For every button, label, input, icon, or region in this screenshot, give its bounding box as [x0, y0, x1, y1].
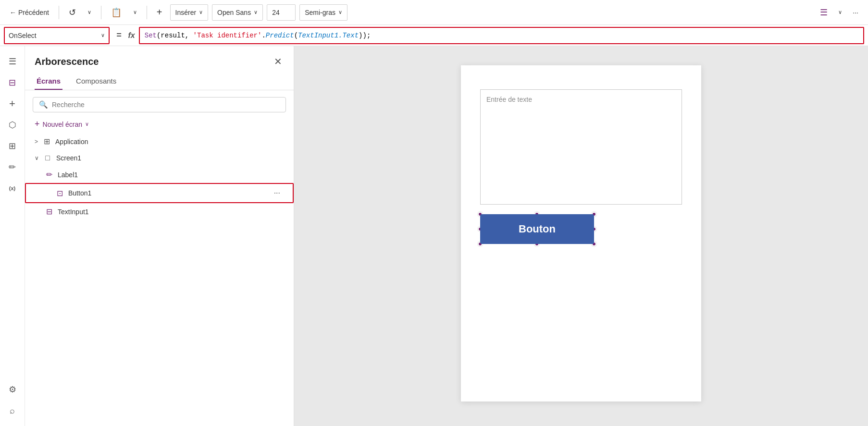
hamburger-menu-button[interactable]: ☰	[816, 5, 831, 20]
tree-item-screen1[interactable]: ∨ □ Screen1	[25, 150, 294, 166]
toolbar: ← Précédent ↺ ∨ 📋 ∨ + Insérer ∨ Open San…	[0, 0, 868, 25]
property-chevron-icon: ∨	[101, 32, 105, 38]
search-input[interactable]	[52, 101, 280, 109]
separator-2	[101, 6, 101, 19]
layers-button[interactable]: ⊟	[3, 73, 22, 92]
hamburger-sidebar-icon: ☰	[9, 56, 16, 67]
button1-label: Button1	[68, 189, 267, 197]
text-input-placeholder: Entrée de texte	[486, 96, 532, 103]
tree-items: > ⊞ Application ∨ □ Screen1 ✏ Label1 ⊡ B…	[25, 133, 294, 426]
tree-item-textinput1[interactable]: ⊟ TextInput1	[25, 203, 294, 220]
more-icon: ···	[853, 9, 858, 16]
tree-tabs: Écrans Composants	[25, 73, 294, 90]
font-weight-label: Semi-gras	[305, 9, 335, 16]
screen1-chevron-icon: ∨	[35, 155, 39, 161]
database-icon: ⬡	[9, 120, 16, 130]
tab-ecrans-label: Écrans	[37, 77, 61, 85]
tree-item-label1[interactable]: ✏ Label1	[25, 166, 294, 183]
paste-button[interactable]: 📋	[107, 5, 125, 20]
brush-button[interactable]: ✏	[3, 158, 22, 177]
equals-sign: =	[113, 30, 124, 40]
chevron-down-icon: ∨	[87, 9, 91, 15]
font-size-input[interactable]: 24	[267, 4, 296, 21]
component-icon: ⊞	[9, 141, 16, 151]
hamburger-icon: ☰	[820, 7, 828, 18]
search-sidebar-icon: ⌕	[10, 406, 15, 416]
add-sidebar-icon: +	[9, 97, 15, 110]
insert-dropdown[interactable]: Insérer ∨	[170, 4, 209, 21]
property-selector[interactable]: OnSelect ∨	[4, 27, 110, 44]
button1-more-button[interactable]: ···	[271, 188, 283, 198]
tree-close-button[interactable]: ✕	[272, 54, 284, 69]
fx-icon: fx	[128, 31, 135, 40]
undo-button[interactable]: ↺	[65, 5, 80, 20]
back-label: Précédent	[18, 9, 49, 16]
textinput1-label: TextInput1	[58, 208, 284, 216]
undo-dropdown-button[interactable]: ∨	[84, 7, 95, 17]
close-icon: ✕	[274, 56, 282, 67]
variable-button[interactable]: (x)	[3, 179, 22, 198]
component-button[interactable]: ⊞	[3, 136, 22, 156]
chevron-down-icon-3: ∨	[838, 9, 842, 15]
font-chevron-icon: ∨	[254, 9, 258, 15]
tree-panel: Arborescence ✕ Écrans Composants 🔍 + Nou…	[25, 46, 294, 426]
add-sidebar-button[interactable]: +	[3, 94, 22, 113]
tab-composants[interactable]: Composants	[74, 73, 118, 90]
database-button[interactable]: ⬡	[3, 115, 22, 134]
canvas-area: Entrée de texte Bouton	[294, 46, 868, 426]
label1-label: Label1	[58, 171, 284, 179]
hamburger-dropdown-button[interactable]: ∨	[834, 7, 846, 17]
new-screen-chevron-icon: ∨	[85, 121, 89, 127]
canvas-button[interactable]: Bouton	[480, 214, 594, 244]
formula-content: Set(result, 'Task identifier'.Predict(Te…	[145, 32, 371, 39]
settings-button[interactable]: ⚙	[3, 380, 22, 399]
canvas-button-label: Bouton	[519, 223, 556, 235]
left-sidebar: ☰ ⊟ + ⬡ ⊞ ✏ (x) ⚙ ⌕	[0, 46, 25, 426]
application-icon: ⊞	[42, 137, 51, 146]
screen1-icon: □	[43, 154, 52, 162]
font-label: Open Sans	[217, 9, 251, 16]
font-dropdown[interactable]: Open Sans ∨	[212, 4, 263, 21]
application-chevron-icon: >	[35, 138, 38, 145]
tree-item-button1[interactable]: ⊡ Button1 ···	[25, 183, 294, 203]
new-screen-plus-icon: +	[35, 119, 40, 129]
formula-input[interactable]: Set(result, 'Task identifier'.Predict(Te…	[139, 27, 864, 44]
tree-header: Arborescence ✕	[25, 46, 294, 73]
font-size-value: 24	[272, 9, 280, 16]
settings-icon: ⚙	[9, 384, 16, 395]
more-options-button[interactable]: ···	[849, 7, 862, 18]
canvas-button-wrapper: Bouton	[480, 214, 594, 244]
layers-icon: ⊟	[9, 77, 16, 88]
label1-icon: ✏	[44, 170, 54, 179]
property-label: OnSelect	[9, 32, 37, 39]
search-box[interactable]: 🔍	[33, 97, 286, 112]
font-weight-dropdown[interactable]: Semi-gras ∨	[299, 4, 347, 21]
separator-3	[147, 6, 147, 19]
tab-ecrans[interactable]: Écrans	[35, 73, 62, 90]
paste-icon: 📋	[111, 7, 122, 18]
back-icon: ←	[10, 9, 16, 16]
variable-icon: (x)	[9, 185, 15, 191]
insert-chevron-icon: ∨	[199, 9, 203, 15]
canvas-text-input[interactable]: Entrée de texte	[480, 89, 682, 205]
new-screen-button[interactable]: + Nouvel écran ∨	[25, 115, 294, 133]
toolbar-right: ☰ ∨ ···	[816, 5, 862, 20]
tree-item-application[interactable]: > ⊞ Application	[25, 133, 294, 150]
undo-icon: ↺	[69, 7, 76, 18]
insert-label: Insérer	[175, 9, 197, 16]
hamburger-sidebar-button[interactable]: ☰	[3, 52, 22, 71]
new-screen-label: Nouvel écran	[43, 121, 83, 128]
search-sidebar-button[interactable]: ⌕	[3, 401, 22, 420]
app-canvas[interactable]: Entrée de texte Bouton	[461, 65, 701, 402]
paste-dropdown-button[interactable]: ∨	[129, 7, 141, 17]
textinput1-icon: ⊟	[44, 207, 54, 216]
main-area: ☰ ⊟ + ⬡ ⊞ ✏ (x) ⚙ ⌕ Arborescence	[0, 46, 868, 426]
separator-1	[59, 6, 59, 19]
add-button[interactable]: +	[153, 5, 166, 20]
plus-icon: +	[157, 7, 162, 18]
back-button[interactable]: ← Précédent	[6, 7, 53, 18]
application-label: Application	[55, 138, 284, 146]
formula-bar: OnSelect ∨ = fx Set(result, 'Task identi…	[0, 25, 868, 46]
font-weight-chevron-icon: ∨	[338, 9, 342, 15]
chevron-down-icon-2: ∨	[133, 9, 137, 15]
